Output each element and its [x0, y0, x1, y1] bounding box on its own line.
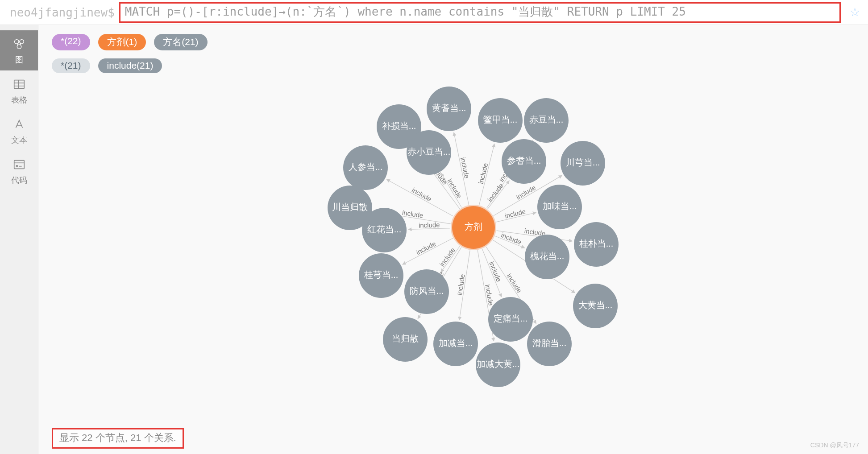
- tag-label: *: [61, 60, 64, 71]
- tag-include[interactable]: include(21): [98, 58, 162, 73]
- svg-point-22: [383, 317, 428, 362]
- svg-point-24: [527, 322, 572, 366]
- graph-node[interactable]: 桂朴当...: [574, 222, 619, 267]
- graph-node-center[interactable]: 方剂: [452, 206, 495, 249]
- svg-point-15: [362, 208, 407, 252]
- graph-node[interactable]: 红花当...: [362, 208, 407, 252]
- graph-node[interactable]: 人参当...: [343, 145, 388, 190]
- tag-label: 方剂: [107, 36, 126, 48]
- favorite-icon[interactable]: ☆: [850, 5, 860, 19]
- graph-node[interactable]: 补损当...: [377, 104, 421, 149]
- svg-point-23: [433, 322, 478, 366]
- graph-node[interactable]: 防风当...: [404, 269, 449, 314]
- edge-label: include: [446, 177, 463, 200]
- edge-label: include: [486, 182, 505, 203]
- sidebar-item-graph[interactable]: 图: [0, 30, 38, 70]
- sidebar-item-code[interactable]: 代码: [0, 151, 38, 191]
- node-label: 槐花当...: [530, 251, 565, 261]
- edge: [486, 140, 532, 208]
- graph-node[interactable]: 黄耆当...: [427, 87, 471, 131]
- text-icon: [12, 117, 27, 132]
- edge-label: include: [402, 209, 424, 219]
- query-input-highlight[interactable]: MATCH p=()-[r:include]→(n:`方名`) where n.…: [119, 2, 841, 23]
- sidebar-item-table[interactable]: 表格: [0, 70, 38, 111]
- edge: [497, 231, 573, 241]
- svg-point-2: [17, 45, 21, 49]
- edge: [413, 146, 460, 209]
- edge: [479, 144, 494, 205]
- svg-point-18: [359, 253, 403, 298]
- svg-rect-3: [14, 80, 24, 89]
- graph-node[interactable]: 川芎当...: [561, 141, 605, 186]
- node-label: 补损当...: [382, 121, 416, 131]
- tag-count: (22): [64, 36, 81, 46]
- sidebar-item-label: 代码: [11, 175, 27, 186]
- edge-label: include: [500, 231, 522, 246]
- edge-label: include: [504, 207, 526, 220]
- graph-node[interactable]: 大黄当...: [573, 284, 618, 328]
- node-label: 参耆当...: [507, 156, 541, 165]
- node-label: 加减大黄...: [477, 359, 520, 369]
- svg-point-5: [427, 87, 471, 131]
- graph-node[interactable]: 赤豆当...: [524, 98, 569, 143]
- tag-方剂[interactable]: 方剂(1): [98, 34, 146, 50]
- node-label: 大黄当...: [578, 300, 613, 310]
- svg-point-12: [343, 145, 388, 190]
- sidebar-item-label: 文本: [11, 135, 27, 145]
- graph-node[interactable]: 加减大黄...: [476, 343, 520, 387]
- edge: [478, 250, 494, 341]
- node-label: 鳖甲当...: [483, 115, 518, 124]
- tag-area: *(22)方剂(1)方名(21) *(21)include(21): [52, 34, 208, 73]
- edge: [441, 173, 462, 207]
- edge: [494, 175, 562, 215]
- edge-label: include: [484, 284, 495, 306]
- graph-node[interactable]: 槐花当...: [525, 235, 569, 279]
- graph-icon: [12, 37, 27, 52]
- edge-label: include: [415, 239, 437, 256]
- node-label: 赤豆当...: [529, 115, 564, 124]
- edge: [454, 132, 469, 205]
- svg-point-8: [377, 104, 421, 149]
- node-label: 当归散: [392, 334, 419, 343]
- graph-node[interactable]: 当归散: [383, 317, 428, 362]
- svg-point-9: [407, 130, 451, 175]
- graph-canvas[interactable]: includeincludeincludeincludeincludeinclu…: [38, 25, 868, 454]
- graph-node[interactable]: 定痛当...: [488, 297, 533, 342]
- edge-label: include: [438, 246, 457, 268]
- node-label: 川当归散: [332, 202, 368, 212]
- edge-label: include: [488, 260, 503, 283]
- tag-*[interactable]: *(22): [52, 34, 90, 50]
- sidebar: 图表格文本代码: [0, 25, 38, 454]
- node-tag-row: *(22)方剂(1)方名(21): [52, 34, 208, 50]
- svg-point-14: [537, 185, 582, 229]
- node-label: 定痛当...: [494, 314, 528, 323]
- graph-node[interactable]: 鳖甲当...: [478, 98, 523, 143]
- node-label: 黄耆当...: [432, 103, 466, 113]
- edge: [488, 181, 510, 209]
- content-area: *(22)方剂(1)方名(21) *(21)include(21) includ…: [38, 25, 868, 454]
- edge: [403, 238, 453, 264]
- tag-label: 方名: [163, 36, 182, 48]
- edge: [374, 211, 450, 223]
- tag-*[interactable]: *(21): [52, 58, 90, 73]
- node-label: 桂朴当...: [579, 239, 614, 248]
- sidebar-item-label: 图: [15, 54, 23, 65]
- svg-point-10: [502, 139, 546, 184]
- graph-node[interactable]: 滑胎当...: [527, 322, 572, 366]
- edge: [482, 249, 501, 297]
- graph-node[interactable]: 赤小豆当...: [407, 130, 451, 175]
- edge-label: include: [505, 272, 523, 294]
- graph-node[interactable]: 加减当...: [433, 322, 478, 366]
- node-label: 滑胎当...: [532, 338, 567, 348]
- sidebar-item-text[interactable]: 文本: [0, 111, 38, 151]
- node-label: 赤小豆当...: [407, 147, 451, 157]
- edge: [441, 246, 460, 272]
- graph-node[interactable]: 加味当...: [537, 185, 582, 229]
- tag-方名[interactable]: 方名(21): [154, 34, 207, 50]
- edge: [386, 179, 453, 216]
- svg-point-25: [476, 343, 520, 387]
- graph-node[interactable]: 川当归散: [328, 186, 372, 230]
- graph-node[interactable]: 桂芎当...: [359, 253, 403, 298]
- edge-label: include: [419, 221, 440, 229]
- graph-node[interactable]: 参耆当...: [502, 139, 546, 184]
